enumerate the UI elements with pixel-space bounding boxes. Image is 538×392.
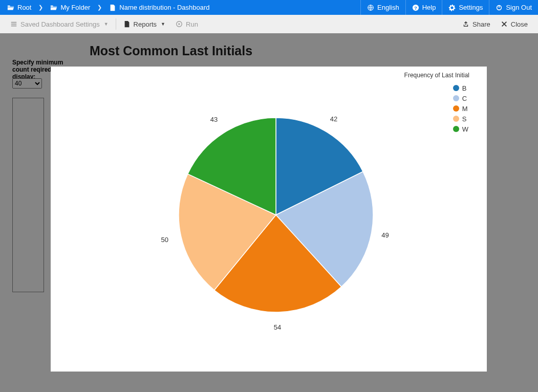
language-label: English [377, 4, 399, 11]
legend-swatch [453, 116, 459, 122]
legend-item[interactable]: B [453, 83, 468, 93]
share-icon [462, 20, 469, 28]
saved-settings-button[interactable]: Saved Dashboard Settings ▼ [5, 15, 114, 33]
signout-button[interactable]: Sign Out [489, 0, 538, 15]
breadcrumb-label: My Folder [60, 4, 90, 11]
play-icon [176, 20, 183, 28]
globe-icon [367, 4, 374, 11]
language-button[interactable]: English [360, 0, 405, 15]
legend-label: M [462, 105, 468, 113]
close-icon [501, 20, 508, 28]
legend-item[interactable]: C [453, 93, 468, 103]
help-label: Help [422, 4, 436, 11]
settings-label: Settings [459, 4, 483, 11]
main-area: Most Common Last Initials Specify minimu… [0, 33, 538, 392]
folder-open-icon [50, 4, 57, 11]
share-label: Share [472, 20, 490, 28]
reports-button[interactable]: Reports ▼ [118, 15, 170, 33]
data-label: 43 [210, 116, 218, 123]
folder-open-icon [7, 4, 14, 11]
toolbar: Saved Dashboard Settings ▼ Reports ▼ Run… [0, 15, 538, 33]
data-label: 42 [330, 115, 337, 123]
legend-label: S [462, 115, 467, 123]
breadcrumb-label: Root [17, 4, 31, 11]
divider [116, 18, 116, 30]
legend-swatch [453, 126, 459, 132]
settings-button[interactable]: Settings [442, 0, 489, 15]
help-icon: ? [412, 4, 419, 11]
data-label: 50 [161, 236, 168, 244]
chart-title: Frequency of Last Initial [404, 72, 469, 79]
breadcrumb-label: Name distribution - Dashboard [119, 4, 209, 11]
breadcrumb-myfolder[interactable]: My Folder [44, 0, 96, 15]
saved-settings-label: Saved Dashboard Settings [20, 20, 100, 28]
chart-legend: BCMSW [453, 83, 468, 134]
legend-item[interactable]: S [453, 114, 468, 124]
run-button[interactable]: Run [170, 15, 203, 33]
file-icon [123, 20, 131, 28]
legend-item[interactable]: W [453, 124, 468, 134]
signout-label: Sign Out [506, 4, 532, 11]
share-button[interactable]: Share [457, 20, 496, 28]
svg-text:?: ? [414, 5, 417, 10]
breadcrumb-root[interactable]: Root [0, 0, 37, 15]
legend-swatch [453, 85, 459, 91]
topbar-right: English ? Help Settings Sign Out [360, 0, 538, 15]
run-label: Run [186, 20, 198, 28]
power-icon [496, 4, 503, 11]
reports-label: Reports [134, 20, 157, 28]
legend-swatch [453, 105, 459, 112]
data-label: 54 [274, 323, 281, 331]
breadcrumb-current[interactable]: Name distribution - Dashboard [103, 0, 216, 15]
legend-label: C [462, 95, 467, 102]
chevron-down-icon: ▼ [104, 21, 109, 27]
help-button[interactable]: ? Help [405, 0, 442, 15]
chevron-right-icon: ❯ [97, 4, 102, 11]
chart-card: Frequency of Last Initial BCMSW 42495450… [51, 67, 487, 372]
chevron-down-icon: ▼ [161, 21, 165, 27]
chevron-right-icon: ❯ [38, 4, 43, 11]
close-label: Close [511, 20, 528, 28]
data-label: 49 [381, 231, 389, 239]
breadcrumb: Root ❯ My Folder ❯ Name distribution - D… [0, 0, 216, 15]
legend-item[interactable]: M [453, 103, 468, 114]
legend-swatch [453, 95, 459, 101]
legend-label: W [462, 125, 468, 133]
file-icon [109, 4, 116, 11]
list-icon [10, 20, 17, 28]
legend-label: B [462, 84, 467, 92]
pie-chart[interactable] [179, 118, 373, 312]
gear-icon [448, 4, 456, 11]
topbar: Root ❯ My Folder ❯ Name distribution - D… [0, 0, 538, 15]
close-button[interactable]: Close [496, 20, 533, 28]
